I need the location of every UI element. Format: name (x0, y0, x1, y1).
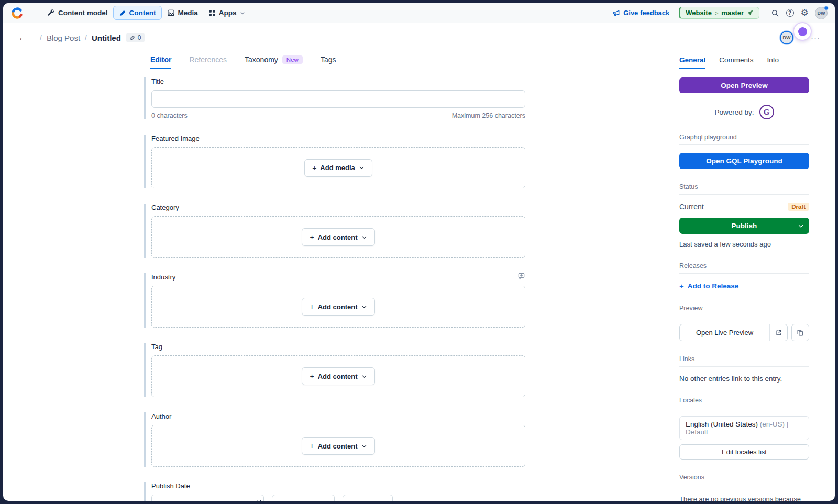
section-header-locales: Locales (679, 397, 809, 408)
add-content-label: Add content (318, 442, 358, 450)
tab-label: References (189, 55, 227, 64)
links-empty-text: No other entries link to this entry. (679, 375, 809, 383)
search-icon[interactable] (768, 6, 782, 20)
field-category: Category + Add content (144, 204, 525, 258)
field-label: Featured Image (151, 135, 200, 142)
publish-button[interactable]: Publish (679, 218, 809, 234)
rocket-icon (747, 9, 754, 16)
assistant-floating-button[interactable] (793, 22, 812, 41)
content-dropzone: + Add content (151, 355, 525, 397)
plus-icon: + (679, 282, 684, 290)
add-comment-icon[interactable] (517, 272, 525, 280)
tab-references[interactable]: References (189, 55, 227, 69)
tab-general[interactable]: General (679, 56, 705, 69)
field-label: Title (151, 77, 164, 85)
environment-pill[interactable]: Website > master (679, 7, 759, 19)
field-title: Title 0 characters Maximum 256 character… (144, 77, 525, 119)
give-feedback-link[interactable]: Give feedback (612, 9, 669, 17)
avatar-initials: DW (818, 10, 825, 16)
field-author: Author + Add content (144, 412, 525, 467)
tab-editor[interactable]: Editor (150, 55, 171, 69)
media-icon (167, 9, 175, 17)
field-label: Author (151, 412, 171, 420)
tab-info[interactable]: Info (767, 56, 779, 69)
tab-label: General (679, 56, 705, 64)
pen-icon (119, 9, 126, 17)
timezone-select[interactable]: UTC-08:00 (343, 495, 393, 501)
entry-sidebar: General Comments Info Open Preview Power… (672, 52, 835, 501)
entry-links-badge[interactable]: 0 (126, 33, 145, 42)
top-navigation: Content model Content Me (3, 3, 835, 23)
locale-item[interactable]: English (United States) (en-US) | Defaul… (679, 416, 809, 440)
entry-title: Untitled (92, 33, 121, 42)
tab-taxonomy[interactable]: Taxonomy New (245, 55, 303, 69)
open-live-preview-label: Open Live Preview (680, 324, 769, 341)
breadcrumb-content-type[interactable]: Blog Post (47, 33, 80, 42)
tab-comments[interactable]: Comments (719, 56, 753, 69)
nav-item-content-model[interactable]: Content model (42, 6, 113, 19)
time-input[interactable] (272, 495, 335, 501)
space-name: Website (686, 9, 712, 17)
section-header-preview: Preview (679, 305, 809, 316)
nav-item-apps[interactable]: Apps (203, 6, 250, 19)
nav-item-label: Apps (219, 9, 237, 17)
plus-icon: + (310, 442, 314, 450)
link-icon (129, 35, 136, 41)
title-input[interactable] (151, 90, 525, 108)
user-avatar[interactable]: DW (815, 7, 828, 19)
add-content-button[interactable]: + Add content (302, 228, 374, 246)
copy-link-button[interactable] (791, 324, 809, 341)
content-dropzone: + Add content (151, 425, 525, 467)
add-to-release-link[interactable]: + Add to Release (679, 282, 809, 290)
chevron-down-icon (359, 165, 365, 171)
add-content-button[interactable]: + Add content (302, 298, 374, 316)
give-feedback-label: Give feedback (623, 9, 669, 17)
links-count: 0 (138, 34, 141, 41)
settings-gear-icon[interactable]: ⚙ (797, 6, 812, 20)
nav-item-label: Content (129, 9, 156, 17)
tab-tags[interactable]: Tags (321, 55, 336, 69)
date-input[interactable] (152, 495, 255, 501)
edit-locales-button[interactable]: Edit locales list (679, 444, 809, 460)
breadcrumb-separator: / (85, 33, 87, 42)
branch-name: master (721, 9, 744, 17)
gear-glyph: ⚙ (800, 8, 808, 17)
timezone-value: UTC-08:00 (347, 500, 379, 501)
field-tag: Tag + Add content (144, 343, 525, 397)
contentful-logo-icon[interactable] (10, 6, 24, 20)
add-content-label: Add content (318, 233, 358, 241)
chevron-down-icon[interactable] (798, 223, 804, 229)
screenshot-frame: Content model Content Me (0, 0, 838, 504)
open-live-preview-button[interactable]: Open Live Preview (679, 324, 788, 341)
entry-editor-main: Editor References Taxonomy New Tags Titl… (3, 52, 672, 501)
tab-label: Info (767, 56, 779, 64)
chevron-down-icon (240, 10, 245, 16)
open-preview-button[interactable]: Open Preview (679, 77, 809, 93)
collaborator-avatar[interactable]: DW (780, 31, 793, 44)
section-header-releases: Releases (679, 262, 809, 274)
char-count: 0 characters (151, 112, 188, 119)
calendar-icon[interactable] (255, 495, 263, 501)
add-content-button[interactable]: + Add content (302, 437, 374, 455)
external-link-icon[interactable] (769, 324, 787, 341)
back-arrow-icon[interactable]: ← (18, 32, 28, 43)
powered-by-label: Powered by: (714, 108, 754, 116)
nav-item-content[interactable]: Content (113, 6, 162, 20)
help-icon[interactable]: ? (782, 6, 797, 20)
add-to-release-label: Add to Release (688, 282, 739, 290)
avatar-initials: DW (783, 35, 791, 40)
content-area: Editor References Taxonomy New Tags Titl… (3, 52, 835, 501)
add-media-button[interactable]: + Add media (304, 159, 372, 177)
open-gql-playground-button[interactable]: Open GQL Playground (679, 153, 809, 169)
help-glyph: ? (786, 9, 794, 17)
media-dropzone: + Add media (151, 147, 525, 188)
last-saved-text: Last saved a few seconds ago (679, 240, 809, 248)
status-row: Current Draft (679, 203, 809, 211)
field-industry: Industry (144, 273, 525, 328)
add-content-button[interactable]: + Add content (302, 367, 374, 385)
locale-name: English (United States) (686, 420, 758, 428)
field-label: Tag (151, 343, 162, 351)
wrench-icon (47, 9, 55, 17)
nav-item-media[interactable]: Media (162, 6, 203, 19)
chevron-down-icon (361, 234, 367, 240)
